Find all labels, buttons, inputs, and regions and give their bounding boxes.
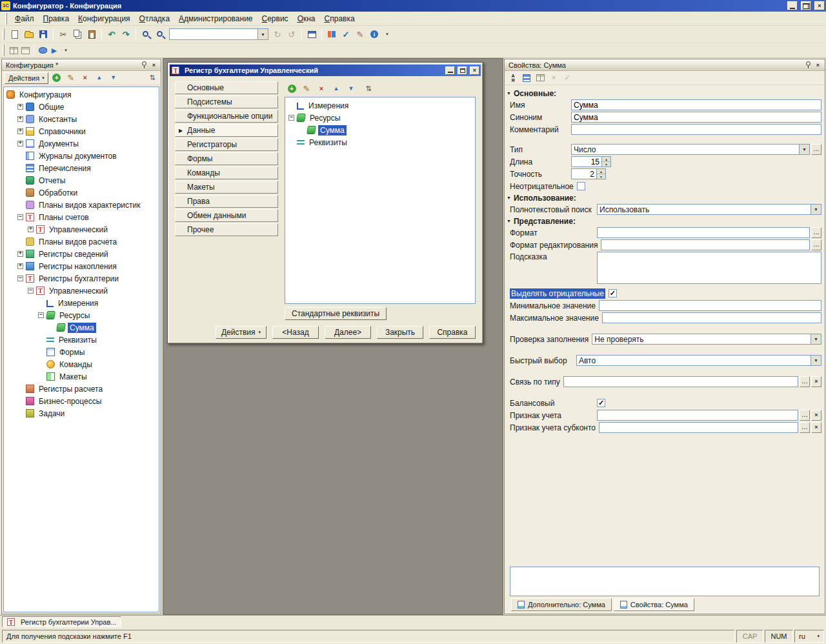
tree-item-resources[interactable]: −Ресурсы <box>4 309 159 321</box>
subconto-flag-clear-button[interactable]: × <box>811 422 821 433</box>
tab-properties[interactable]: Свойства: Сумма <box>614 598 694 611</box>
expander-icon[interactable]: + <box>17 250 24 257</box>
menu-tools[interactable]: Сервис <box>257 12 293 25</box>
edit-format-input[interactable] <box>601 239 810 250</box>
cancel-edit-button[interactable]: × <box>548 72 559 84</box>
section-presentation[interactable]: ▼Представление: <box>505 216 823 226</box>
search-input[interactable] <box>169 28 258 40</box>
chevron-down-icon[interactable]: ▼ <box>800 144 810 155</box>
menu-administration[interactable]: Администрирование <box>174 12 257 25</box>
standard-attributes-button[interactable]: Стандартные реквизиты <box>285 307 387 320</box>
tree-item-business-processes[interactable]: Бизнес-процессы <box>4 395 159 407</box>
tree-item-dimensions[interactable]: Измерения <box>285 99 475 112</box>
tree-item-calculation-registers[interactable]: Регистры расчета <box>4 383 159 395</box>
chevron-down-icon[interactable]: ▼ <box>811 355 821 366</box>
expander-icon[interactable]: − <box>288 114 295 121</box>
tree-item-configuration[interactable]: Конфигурация <box>4 88 159 101</box>
tooltip-textarea[interactable] <box>597 252 821 284</box>
tree-item-document-journals[interactable]: Журналы документов <box>4 150 159 162</box>
tree-item-reports[interactable]: Отчеты <box>4 174 159 186</box>
tab-formy[interactable]: ▶Формы <box>175 152 278 165</box>
redo-button[interactable]: ↷ <box>119 27 133 41</box>
tree-item-calc-kinds-plans[interactable]: Планы видов расчета <box>4 236 159 248</box>
tree-item-documents[interactable]: +Документы <box>4 137 159 150</box>
tab-osnovnye[interactable]: ▶Основные <box>175 81 278 94</box>
move-up-button[interactable]: ▲ <box>94 72 105 84</box>
form-view-button[interactable] <box>19 45 31 56</box>
tree-item-constants[interactable]: +Константы <box>4 113 159 125</box>
update-db-config-button[interactable] <box>37 45 48 56</box>
new-button[interactable] <box>8 27 22 41</box>
tree-item-forms[interactable]: Формы <box>4 346 159 358</box>
edit-button[interactable]: ✎ <box>301 83 312 94</box>
tree-item-accumulation-registers[interactable]: +Регистры накопления <box>4 260 159 272</box>
find-previous-button[interactable]: ↺ <box>285 27 299 41</box>
synonym-input[interactable] <box>571 112 821 123</box>
sort-alphabetical-button[interactable] <box>507 72 519 84</box>
dialog-close-button[interactable]: × <box>470 66 479 75</box>
tree-item-catalogs[interactable]: +Справочники <box>4 125 159 137</box>
fill-check-combo[interactable]: Не проверять▼ <box>592 334 821 345</box>
move-down-button[interactable]: ▼ <box>345 83 357 94</box>
expander-icon[interactable]: + <box>17 140 24 147</box>
tree-item-common[interactable]: +Общие <box>4 101 159 113</box>
balance-checkbox[interactable] <box>597 399 605 407</box>
type-ellipsis-button[interactable]: … <box>811 144 821 155</box>
tree-item-attributes[interactable]: Реквизиты <box>285 136 475 148</box>
nonnegative-checkbox[interactable] <box>577 182 585 190</box>
toolbar-more-button[interactable]: ▾ <box>381 28 393 40</box>
next-button[interactable]: Далее> <box>325 326 371 339</box>
apply-edit-button[interactable]: ✓ <box>561 72 573 84</box>
menu-windows[interactable]: Окна <box>293 12 320 25</box>
tree-item-information-registers[interactable]: +Регистры сведений <box>4 248 159 260</box>
menu-file[interactable]: Файл <box>10 12 39 25</box>
tree-item-summa[interactable]: Сумма <box>4 321 159 334</box>
tab-prochee[interactable]: ▶Прочее <box>175 223 278 236</box>
tree-item-chars-kinds-plans[interactable]: Планы видов характеристик <box>4 199 159 211</box>
tab-registratory[interactable]: ▶Регистраторы <box>175 138 278 151</box>
tree-item-templates[interactable]: Макеты <box>4 370 159 383</box>
tree-item-tasks[interactable]: Задачи <box>4 407 159 419</box>
length-input[interactable] <box>571 156 602 167</box>
accounting-flag-clear-button[interactable]: × <box>811 410 821 421</box>
windows-button[interactable] <box>305 27 319 41</box>
max-value-input[interactable] <box>602 312 821 323</box>
tree-item-resources[interactable]: −Ресурсы <box>285 112 475 124</box>
cut-button[interactable]: ✂ <box>56 27 70 41</box>
format-input[interactable] <box>597 227 810 238</box>
sort-button[interactable]: ⇅ <box>363 83 374 94</box>
tab-komandy[interactable]: ▶Команды <box>175 166 278 179</box>
paste-button[interactable] <box>85 27 99 41</box>
tab-makety[interactable]: ▶Макеты <box>175 181 278 194</box>
tree-item-accounting-register-upr[interactable]: −Управленческий <box>4 285 159 297</box>
close-button[interactable]: × <box>814 1 825 10</box>
toolbar-drag-handle[interactable] <box>3 45 5 56</box>
tree-item-chart-of-accounts-upr[interactable]: +Управленческий <box>4 223 159 236</box>
find-button[interactable] <box>153 27 167 41</box>
find-next-button[interactable]: ↻ <box>270 27 285 41</box>
close-panel-button[interactable]: × <box>149 61 159 70</box>
precision-stepper[interactable]: ▲▼ <box>597 168 606 179</box>
expander-icon[interactable]: − <box>17 275 24 282</box>
type-combo[interactable]: Число▼ <box>571 144 810 155</box>
compare-button[interactable] <box>325 27 339 41</box>
toolbar-drag-handle[interactable] <box>3 28 5 40</box>
format-ellipsis-button[interactable]: … <box>811 227 821 238</box>
dialog-maximize-button[interactable] <box>458 66 467 75</box>
filter-button[interactable] <box>534 72 546 84</box>
tree-item-summa[interactable]: Сумма <box>285 124 475 136</box>
min-value-input[interactable] <box>599 300 821 311</box>
undo-button[interactable]: ↶ <box>105 27 119 41</box>
length-stepper[interactable]: ▲▼ <box>602 156 611 167</box>
tree-item-enums[interactable]: Перечисления <box>4 162 159 174</box>
toolbar-more-button[interactable]: ▾ <box>60 45 72 56</box>
actions-menu-button[interactable]: Действия▾ <box>216 326 267 339</box>
menu-drag-handle[interactable] <box>5 13 7 25</box>
highlight-negative-checkbox[interactable] <box>609 289 617 297</box>
pin-icon[interactable] <box>139 61 149 70</box>
tab-prava[interactable]: ▶Права <box>175 195 278 208</box>
close-button[interactable]: Закрыть <box>377 326 423 339</box>
language-indicator[interactable]: ru▾ <box>794 630 824 643</box>
table-view-button[interactable] <box>8 45 19 56</box>
tab-funkcionalnye-opcii[interactable]: ▶Функциональные опции <box>175 110 278 123</box>
